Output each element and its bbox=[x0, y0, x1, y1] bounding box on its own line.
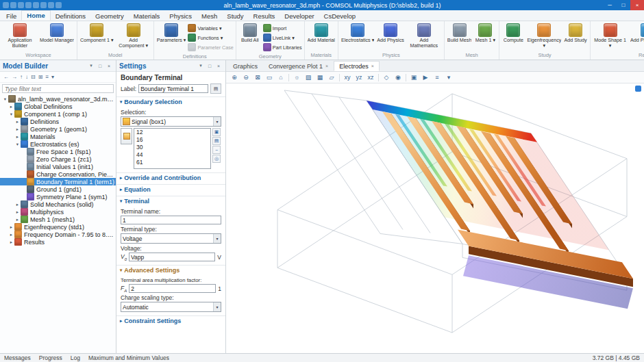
mode-shape-1-button[interactable]: Mode Shape 1 ▾ bbox=[592, 23, 629, 50]
menu-tab-home[interactable]: Home bbox=[21, 10, 50, 21]
menu-tab-mesh[interactable]: Mesh bbox=[197, 12, 222, 21]
save-icon[interactable] bbox=[10, 2, 16, 8]
selection-entity[interactable]: 61 bbox=[134, 159, 210, 166]
menu-tab-definitions[interactable]: Definitions bbox=[51, 12, 90, 21]
twisty-icon[interactable]: ▾ bbox=[14, 142, 21, 147]
tree-node-global-definitions[interactable]: ▸Global Definitions bbox=[0, 103, 116, 110]
tree-node-initial-values-1-init1[interactable]: Initial Values 1 (init1) bbox=[0, 163, 116, 170]
section-advanced-settings[interactable]: ▾ Advanced Settings bbox=[116, 265, 225, 275]
menu-tab-physics[interactable]: Physics bbox=[164, 12, 197, 21]
float-panel-icon[interactable]: □ bbox=[96, 62, 104, 70]
open-icon[interactable] bbox=[18, 2, 24, 8]
graphics-tab-convergence-plot-1[interactable]: Convergence Plot 1× bbox=[263, 61, 334, 71]
close-tab-icon[interactable]: × bbox=[325, 64, 328, 68]
view-xz-icon[interactable]: xz bbox=[365, 73, 376, 82]
graphics-menu-icon[interactable]: ▾ bbox=[443, 73, 454, 82]
expand-all-icon[interactable]: ⊞ bbox=[38, 74, 43, 80]
parameters-button[interactable]: Parameters ▾ bbox=[156, 23, 188, 44]
selection-dropdown[interactable]: Signal (box1) ▾ bbox=[121, 116, 221, 127]
forward-icon[interactable]: → bbox=[12, 74, 17, 80]
tree-node-frequency-domain-7-95-to-8-05-ghz-std2[interactable]: ▸Frequency Domain - 7.95 to 8.05 GHz (st… bbox=[0, 231, 116, 238]
status-tab-maximum-and-minimum-values[interactable]: Maximum and Minimum Values bbox=[88, 354, 169, 361]
application-builder-button[interactable]: Application Builder bbox=[1, 23, 38, 50]
twisty-icon[interactable]: ▸ bbox=[14, 127, 21, 132]
tree-node-electrostatics-es[interactable]: ▾Electrostatics (es) bbox=[0, 140, 116, 148]
maximize-button[interactable]: □ bbox=[617, 0, 630, 10]
model-manager-button[interactable]: Model Manager bbox=[38, 23, 75, 44]
component-1-button[interactable]: Component 1 ▾ bbox=[79, 23, 115, 44]
terminal-type-dropdown[interactable]: Voltage ▾ bbox=[121, 233, 221, 244]
menu-tab-materials[interactable]: Materials bbox=[129, 12, 165, 21]
remove-selection-icon[interactable]: − bbox=[212, 146, 221, 154]
tree-node-eigenfrequency-std1[interactable]: ▸Eigenfrequency (std1) bbox=[0, 223, 116, 231]
tree-node-zero-charge-1-zc1[interactable]: Zero Charge 1 (zc1) bbox=[0, 155, 116, 163]
rename-icon[interactable]: ▤ bbox=[210, 83, 221, 94]
view-yz-icon[interactable]: yz bbox=[354, 73, 364, 82]
perspective-icon[interactable]: ▱ bbox=[326, 73, 337, 82]
tree-node-charge-conservation-piezoelectric-1[interactable]: Charge Conservation, Piezoelectric 1 bbox=[0, 170, 116, 178]
tree-node-materials[interactable]: ▸Materials bbox=[0, 133, 116, 140]
livelink-button[interactable]: LiveLink ▾ bbox=[263, 34, 302, 42]
undo-icon[interactable] bbox=[25, 2, 32, 8]
transparency-icon[interactable]: ▨ bbox=[303, 73, 314, 82]
variables-button[interactable]: Variables ▾ bbox=[188, 24, 233, 32]
select-icon[interactable]: ◇ bbox=[381, 73, 392, 82]
scene-light-icon[interactable]: ☼ bbox=[291, 73, 302, 82]
graphics-canvas[interactable] bbox=[226, 83, 644, 353]
menu-tab-csdevelop[interactable]: CsDevelop bbox=[319, 12, 360, 21]
move-down-icon[interactable]: ↓ bbox=[25, 74, 28, 80]
tree-node-symmetry-plane-1-sym1[interactable]: Symmetry Plane 1 (sym1) bbox=[0, 193, 116, 201]
tree-node-multiphysics[interactable]: ▸Multiphysics bbox=[0, 208, 116, 216]
menu-down-icon[interactable] bbox=[55, 2, 62, 8]
charge-scaling-dropdown[interactable]: Automatic ▾ bbox=[121, 302, 221, 312]
add-physics-button[interactable]: Add Physics bbox=[375, 23, 406, 44]
section-constraint-settings[interactable]: ▸ Constraint Settings bbox=[116, 315, 225, 326]
menu-tab-file[interactable]: File bbox=[1, 12, 21, 21]
copy-icon[interactable] bbox=[40, 2, 47, 8]
zoom-extents-icon[interactable]: ⊠ bbox=[252, 73, 263, 82]
section-override-contribution[interactable]: ▸ Override and Contribution bbox=[116, 172, 225, 183]
section-boundary-selection[interactable]: ▾ Boundary Selection bbox=[116, 96, 225, 107]
part-libraries-button[interactable]: Part Libraries bbox=[263, 43, 302, 51]
area-factor-input[interactable] bbox=[129, 284, 216, 293]
tree-node-mesh-1-mesh1[interactable]: ▸Mesh 1 (mesh1) bbox=[0, 216, 116, 223]
back-icon[interactable]: ← bbox=[3, 74, 9, 80]
twisty-icon[interactable]: ▸ bbox=[14, 209, 21, 215]
redo-icon[interactable] bbox=[33, 2, 39, 8]
app-logo-icon[interactable] bbox=[3, 2, 9, 8]
minimize-button[interactable]: ─ bbox=[603, 0, 617, 10]
graphics-tab-graphics[interactable]: Graphics bbox=[227, 61, 263, 71]
twisty-icon[interactable]: ▾ bbox=[8, 112, 14, 117]
twisty-icon[interactable]: ▸ bbox=[14, 134, 21, 140]
panel-menu-icon[interactable]: ▾ bbox=[197, 62, 205, 70]
zoom-in-icon[interactable]: ⊕ bbox=[229, 73, 240, 82]
twisty-icon[interactable]: ▸ bbox=[14, 217, 21, 222]
snapshot-icon[interactable]: ▣ bbox=[408, 73, 419, 82]
section-terminal[interactable]: ▾ Terminal bbox=[116, 196, 225, 206]
compute-button[interactable]: Compute bbox=[501, 23, 525, 44]
build-mesh-button[interactable]: Build Mesh bbox=[446, 23, 473, 44]
twisty-icon[interactable]: ▾ bbox=[2, 96, 8, 102]
terminal-name-input[interactable] bbox=[121, 216, 221, 224]
paste-selection-icon[interactable]: ▤ bbox=[212, 137, 221, 145]
eigenfrequency-button[interactable]: Eigenfrequency ▾ bbox=[525, 23, 562, 50]
collapse-all-icon[interactable]: ⊟ bbox=[31, 74, 36, 80]
status-tab-messages[interactable]: Messages bbox=[4, 354, 31, 361]
status-tab-progress[interactable]: Progress bbox=[39, 354, 62, 361]
resonator-3d-view[interactable] bbox=[226, 83, 644, 353]
menu-tab-developer[interactable]: Developer bbox=[280, 12, 319, 21]
import-button[interactable]: Import bbox=[263, 24, 302, 32]
status-tab-log[interactable]: Log bbox=[71, 354, 80, 361]
tree-node-boundary-terminal-1-term1[interactable]: Boundary Terminal 1 (term1) bbox=[0, 178, 116, 185]
mesh-1-button[interactable]: Mesh 1 ▾ bbox=[473, 23, 497, 44]
menu-tab-results[interactable]: Results bbox=[249, 12, 280, 21]
tree-node-solid-mechanics-solid[interactable]: ▸Solid Mechanics (solid) bbox=[0, 201, 116, 208]
move-up-icon[interactable]: ↑ bbox=[20, 74, 23, 80]
paste-icon[interactable] bbox=[48, 2, 54, 8]
tree-menu-icon[interactable]: ▾ bbox=[51, 74, 54, 80]
selection-entity[interactable]: 44 bbox=[134, 151, 210, 159]
twisty-icon[interactable]: ▸ bbox=[8, 224, 14, 230]
twisty-icon[interactable]: ▸ bbox=[14, 202, 21, 207]
menu-tab-geometry[interactable]: Geometry bbox=[90, 12, 129, 21]
selection-entity[interactable]: 12 bbox=[134, 129, 210, 136]
